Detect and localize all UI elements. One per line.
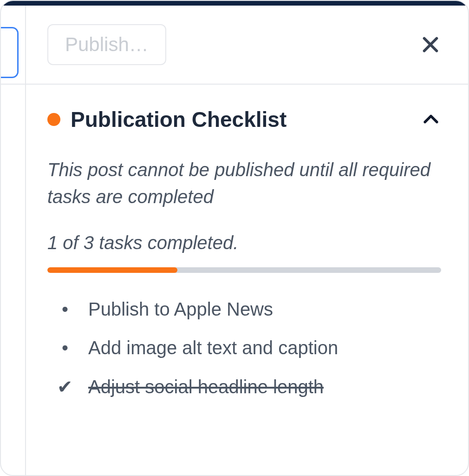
selected-tab-fragment [1,27,19,78]
close-icon[interactable] [420,34,441,55]
check-icon: ✔ [57,376,73,397]
task-item[interactable]: • Publish to Apple News [57,299,441,320]
task-label: Publish to Apple News [88,299,273,320]
progress-label: 1 of 3 tasks completed. [47,232,441,253]
window-top-bar [1,1,468,6]
checklist-title: Publication Checklist [71,107,287,132]
status-dot-icon [47,113,60,126]
publish-button[interactable]: Publish… [47,24,166,65]
checklist-section: Publication Checklist This post cannot b… [1,85,468,397]
progress-bar [47,267,441,273]
left-gutter-divider [25,6,26,475]
progress-fill [47,267,177,273]
task-item[interactable]: ✔ Adjust social headline length [57,376,441,397]
checklist-warning: This post cannot be published until all … [47,156,441,210]
chevron-up-icon[interactable] [421,109,441,130]
task-label: Adjust social headline length [88,377,324,397]
task-label: Add image alt text and caption [88,337,338,358]
panel-header: Publish… [1,6,468,85]
task-item[interactable]: • Add image alt text and caption [57,337,441,358]
checklist-header[interactable]: Publication Checklist [47,107,441,132]
bullet-icon: • [57,299,73,320]
bullet-icon: • [57,337,73,358]
task-list: • Publish to Apple News • Add image alt … [47,299,441,397]
